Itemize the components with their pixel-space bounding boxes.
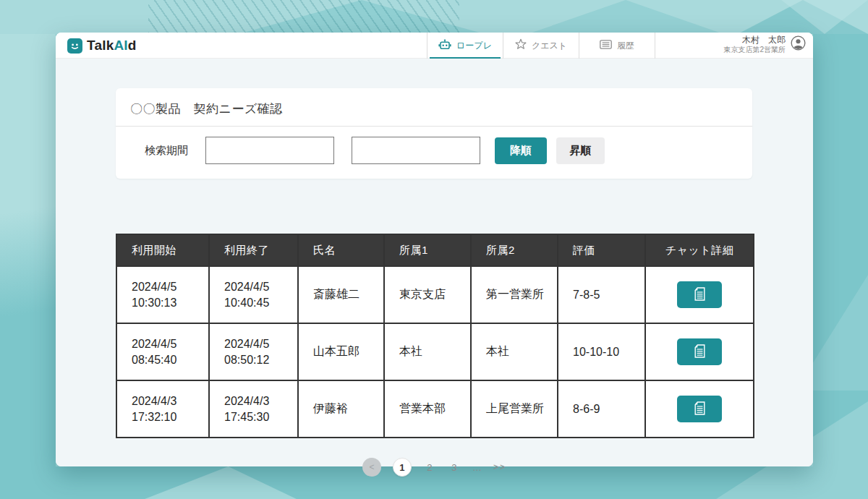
header-name: 氏名 — [298, 234, 384, 266]
smiley-chat-icon — [67, 38, 82, 54]
header-dept1: 所属1 — [384, 234, 471, 266]
cell-dept1: 本社 — [384, 323, 471, 380]
robot-icon — [438, 39, 451, 53]
tab-quest[interactable]: クエスト — [503, 33, 579, 59]
background-left-band — [0, 34, 56, 499]
cell-name: 山本五郎 — [298, 323, 384, 380]
cell-rating: 10-10-10 — [558, 323, 645, 380]
table-header-row: 利用開始 利用終了 氏名 所属1 所属2 評価 チャット詳細 — [116, 234, 754, 266]
cell-dept2: 上尾営業所 — [471, 380, 558, 438]
cell-chat-detail — [645, 266, 754, 323]
background-hatch-stripes — [148, 0, 459, 34]
cell-dept1: 営業本部 — [384, 380, 471, 438]
end-time: 08:50:12 — [224, 352, 297, 368]
end-time: 10:40:45 — [224, 295, 297, 311]
end-date: 2024/4/5 — [224, 336, 297, 352]
pagination-page-2[interactable]: 2 — [423, 462, 436, 473]
results-table: 利用開始 利用終了 氏名 所属1 所属2 評価 チャット詳細 2024/4/51… — [116, 234, 754, 438]
content-surface: 〇〇製品 契約ニーズ確認 検索期間 降順 昇順 利用開始 利用終了 氏名 — [56, 59, 813, 466]
header-start: 利用開始 — [116, 234, 209, 266]
sort-ascending-button[interactable]: 昇順 — [556, 137, 605, 164]
user-avatar-icon — [791, 35, 806, 54]
document-icon — [694, 287, 705, 303]
cell-name: 伊藤裕 — [298, 380, 384, 438]
header-dept2: 所属2 — [471, 234, 558, 266]
pagination-page-current[interactable]: 1 — [393, 458, 412, 477]
cell-name: 斎藤雄二 — [298, 266, 384, 323]
pagination: < 1 2 3 … >> — [116, 457, 753, 477]
search-panel: 〇〇製品 契約ニーズ確認 検索期間 降順 昇順 — [116, 88, 752, 179]
table-row: 2024/4/317:32:10 2024/4/317:45:30 伊藤裕 営業… — [116, 380, 754, 438]
cell-dept2: 本社 — [471, 323, 558, 380]
search-period-label: 検索期間 — [145, 144, 188, 158]
user-org: 東京支店第2営業所 — [723, 46, 786, 55]
start-date: 2024/4/3 — [132, 393, 208, 409]
cell-dept1: 東京支店 — [384, 266, 471, 323]
tab-quest-label: クエスト — [532, 40, 567, 52]
app-bar: TalkAId ロープレ — [56, 33, 813, 59]
end-date: 2024/4/5 — [224, 279, 297, 295]
start-time: 17:32:10 — [132, 409, 208, 425]
tab-roleplay[interactable]: ロープレ — [427, 33, 503, 59]
header-chat-detail: チャット詳細 — [645, 234, 754, 266]
cell-start: 2024/4/508:45:40 — [116, 323, 209, 380]
header-rating: 評価 — [558, 234, 645, 266]
user-name: 木村 太郎 — [723, 35, 786, 46]
document-icon — [694, 401, 705, 417]
pagination-page-3[interactable]: 3 — [448, 462, 461, 473]
end-date: 2024/4/3 — [224, 393, 297, 409]
table-row: 2024/4/510:30:13 2024/4/510:40:45 斎藤雄二 東… — [116, 266, 754, 323]
tab-roleplay-label: ロープレ — [456, 40, 492, 52]
document-icon — [694, 344, 705, 360]
start-time: 10:30:13 — [132, 295, 208, 311]
user-info[interactable]: 木村 太郎 東京支店第2営業所 — [723, 35, 806, 55]
table-row: 2024/4/508:45:40 2024/4/508:50:12 山本五郎 本… — [116, 323, 754, 380]
cell-end: 2024/4/510:40:45 — [209, 266, 298, 323]
pagination-ellipsis: … — [472, 462, 482, 473]
start-date: 2024/4/5 — [132, 279, 208, 295]
sort-descending-button[interactable]: 降順 — [495, 137, 547, 164]
main-nav: ロープレ クエスト — [427, 33, 655, 59]
header-end: 利用終了 — [209, 234, 298, 266]
app-window: TalkAId ロープレ — [56, 33, 813, 466]
cell-rating: 7-8-5 — [558, 266, 645, 323]
cell-dept2: 第一営業所 — [471, 266, 558, 323]
end-time: 17:45:30 — [224, 409, 297, 425]
period-to-input[interactable] — [352, 137, 480, 164]
start-time: 08:45:40 — [132, 352, 208, 368]
history-list-icon — [600, 39, 612, 52]
chat-detail-button[interactable] — [677, 396, 722, 422]
cell-start: 2024/4/510:30:13 — [116, 266, 209, 323]
cell-chat-detail — [645, 323, 754, 380]
app-logo: TalkAId — [67, 33, 137, 59]
cell-rating: 8-6-9 — [558, 380, 645, 438]
scenario-title: 〇〇製品 契約ニーズ確認 — [116, 88, 752, 127]
user-text: 木村 太郎 東京支店第2営業所 — [723, 35, 786, 55]
tab-history-label: 履歴 — [617, 40, 634, 52]
cell-end: 2024/4/508:50:12 — [209, 323, 298, 380]
search-period-row: 検索期間 降順 昇順 — [116, 137, 752, 164]
start-date: 2024/4/5 — [132, 336, 208, 352]
tab-history[interactable]: 履歴 — [579, 33, 655, 59]
chat-detail-button[interactable] — [677, 281, 722, 308]
star-icon — [515, 38, 527, 53]
period-from-input[interactable] — [205, 137, 334, 164]
pagination-last-button[interactable]: >> — [493, 462, 506, 472]
cell-start: 2024/4/317:32:10 — [116, 380, 209, 438]
cell-end: 2024/4/317:45:30 — [209, 380, 298, 438]
pagination-prev-button[interactable]: < — [362, 458, 381, 477]
brand-name: TalkAId — [87, 38, 137, 54]
chat-detail-button[interactable] — [677, 338, 722, 365]
cell-chat-detail — [645, 380, 754, 438]
background-triangle — [506, 0, 723, 34]
